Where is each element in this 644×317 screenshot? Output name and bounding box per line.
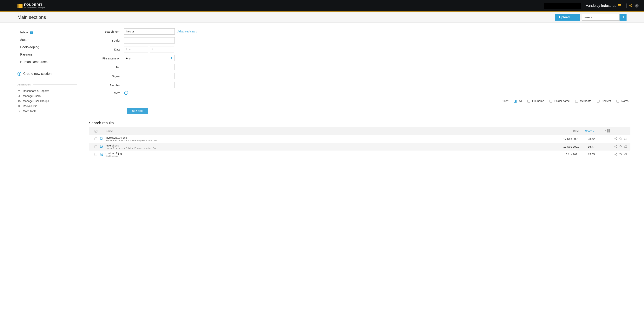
row-checkbox[interactable]	[94, 145, 97, 148]
add-meta-button[interactable]: +	[124, 91, 128, 95]
tag-input[interactable]	[124, 64, 175, 70]
list-view-icon[interactable]	[601, 129, 604, 133]
tray-icon[interactable]	[624, 137, 627, 141]
svg-point-25	[614, 146, 615, 147]
filter-row: Filter: AllFile nameFolder nameMetadataC…	[89, 99, 630, 103]
svg-rect-10	[602, 131, 604, 131]
preview-icon[interactable]	[100, 138, 103, 141]
file-name: receipt.png	[106, 144, 556, 147]
col-date[interactable]: Date	[556, 130, 579, 133]
gear-icon[interactable]	[619, 145, 622, 149]
search-submit-button[interactable]: SEARCH	[127, 108, 148, 114]
admin-item-more-tools[interactable]: More Tools	[0, 109, 83, 114]
sidebar-item--team[interactable]: #team	[0, 36, 83, 44]
col-name[interactable]: Name	[106, 130, 556, 133]
svg-rect-7	[601, 130, 602, 130]
filter-option-label: Content	[602, 99, 611, 103]
filter-option-label: File name	[532, 99, 544, 103]
tray-icon[interactable]	[624, 145, 627, 149]
filter-option-label: All	[519, 99, 522, 103]
filter-option-file-name[interactable]: File name	[527, 99, 544, 103]
label-tag: Tag	[89, 66, 124, 69]
results-header: Name Date Score▲ ▸	[89, 127, 630, 135]
sidebar-item-partners[interactable]: Partners	[0, 51, 83, 58]
filter-option-label: Folder name	[554, 99, 570, 103]
svg-point-20	[614, 138, 615, 139]
sidebar-item-bookkeeping[interactable]: Bookkeeping	[0, 44, 83, 51]
filter-option-label: Metadata	[580, 99, 591, 103]
table-row[interactable]: receipt.pngHuman Resources > Full-time E…	[89, 143, 630, 151]
file-date: 17 Sep 2021	[556, 137, 579, 140]
date-to-input[interactable]	[150, 46, 174, 53]
checkbox-icon	[527, 100, 530, 103]
filter-option-metadata[interactable]: Metadata	[575, 99, 591, 103]
global-search-input[interactable]	[582, 14, 620, 21]
share-icon[interactable]	[614, 137, 617, 141]
brand-logo[interactable]: FOLDERIT Your documents. Managed.	[18, 3, 46, 9]
create-section-button[interactable]: + Create new section	[0, 68, 83, 79]
filter-option-all[interactable]: All	[514, 99, 522, 103]
col-score[interactable]: Score▲	[585, 130, 595, 133]
checkbox-icon[interactable]	[94, 130, 98, 133]
share-icon[interactable]	[614, 145, 617, 149]
search-term-input[interactable]	[124, 28, 175, 35]
admin-item-label: Dashboard & Reports	[23, 89, 49, 93]
share-icon[interactable]	[614, 153, 617, 156]
svg-rect-14	[608, 129, 610, 131]
help-icon[interactable]: ?	[635, 4, 638, 8]
chevron-icon	[18, 110, 21, 113]
svg-rect-8	[602, 130, 604, 130]
sidebar-item-label: Human Resources	[20, 60, 48, 64]
file-path: Human Resources > Full-time Employees > …	[106, 147, 556, 149]
preview-icon[interactable]	[100, 146, 103, 149]
mail-icon	[30, 31, 34, 34]
admin-item-manage-user-groups[interactable]: Manage User Groups	[0, 99, 83, 104]
global-search-button[interactable]	[620, 14, 626, 21]
svg-rect-15	[607, 131, 608, 132]
grid-view-icon[interactable]	[607, 129, 610, 133]
upload-dropdown-button[interactable]	[574, 14, 580, 21]
filter-option-content[interactable]: Content	[597, 99, 611, 103]
filter-option-folder-name[interactable]: Folder name	[550, 99, 570, 103]
sidebar-item-inbox[interactable]: Inbox	[0, 29, 83, 36]
divider	[626, 4, 626, 8]
date-from-input[interactable]	[124, 46, 148, 53]
row-checkbox[interactable]	[94, 138, 97, 140]
svg-point-0	[631, 4, 632, 5]
preview-icon[interactable]	[100, 153, 103, 157]
plus-circle-icon: +	[18, 72, 21, 76]
signer-input[interactable]	[124, 73, 175, 79]
upload-button[interactable]: Upload	[555, 14, 574, 21]
admin-item-dashboard-reports[interactable]: Dashboard & Reports	[0, 88, 83, 93]
checkbox-icon	[550, 100, 552, 103]
svg-point-29	[616, 153, 617, 154]
svg-point-5	[18, 100, 19, 101]
sidebar-item-human-resources[interactable]: Human Resources	[0, 58, 83, 66]
table-row[interactable]: contract 2.jpgBookkeeping15 Apr 202115.6…	[89, 151, 630, 158]
admin-item-manage-users[interactable]: Manage Users	[0, 93, 83, 99]
table-row[interactable]: Invoice23124.pngHuman Resources > Full-t…	[89, 135, 630, 143]
row-checkbox[interactable]	[94, 153, 97, 156]
advanced-search-link[interactable]: Advanced search	[178, 30, 198, 33]
share-icon[interactable]	[629, 4, 632, 8]
label-search-term: Search term	[89, 30, 124, 33]
tray-icon[interactable]	[624, 153, 627, 156]
file-extension-select[interactable]	[124, 55, 175, 61]
file-name: Invoice23124.png	[106, 136, 556, 139]
folder-input[interactable]	[124, 37, 175, 44]
chevron-down-icon	[576, 16, 578, 18]
brand-tagline: Your documents. Managed.	[24, 7, 46, 9]
checkbox-icon	[514, 100, 517, 103]
gear-icon[interactable]	[619, 137, 622, 141]
label-signer: Signer	[89, 75, 124, 78]
file-path: Human Resources > Full-time Employees > …	[106, 139, 556, 142]
file-path: Bookkeeping	[106, 155, 556, 157]
gear-icon[interactable]	[619, 153, 622, 156]
org-name[interactable]: Vandelay Industries	[586, 4, 616, 8]
admin-item-recycle-bin[interactable]: Recycle Bin	[0, 104, 83, 109]
svg-rect-17	[100, 137, 102, 140]
number-input[interactable]	[124, 82, 175, 88]
filter-option-notes[interactable]: Notes	[616, 99, 628, 103]
menu-icon[interactable]	[618, 4, 621, 8]
admin-item-label: More Tools	[23, 110, 36, 113]
